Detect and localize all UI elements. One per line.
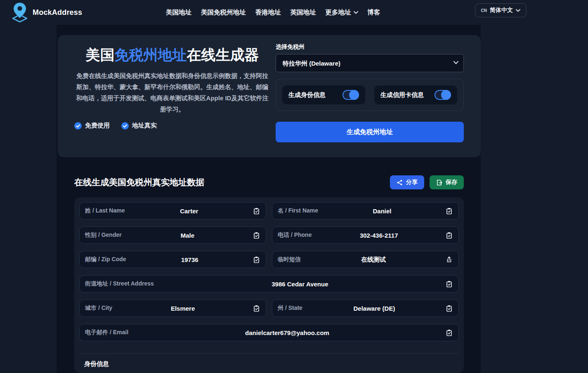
toggle-options: 生成身份信息 生成信用卡信息 <box>276 79 464 111</box>
toggle-identity-info: 生成身份信息 <box>282 85 365 104</box>
nav-link-uk-address[interactable]: 英国地址 <box>290 8 316 17</box>
copy-icon[interactable] <box>446 208 452 215</box>
field-value: 19736 <box>126 256 253 263</box>
field-label: 电话 / Phone <box>278 231 312 239</box>
chevron-down-icon <box>354 11 358 14</box>
page-title-highlight: 免税州地址 <box>115 47 187 63</box>
save-button[interactable]: 保存 <box>430 175 464 189</box>
field-label: 电子邮件 / Email <box>85 329 128 336</box>
nav-link-us-address[interactable]: 美国地址 <box>166 8 191 17</box>
field-card: 电话 / Phone 302-436-2117 <box>272 227 459 244</box>
language-code: CN <box>481 8 487 13</box>
results-panel: 姓 / Last Name Carter 名 / First Name Dani… <box>74 197 464 373</box>
check-circle-icon <box>74 122 82 130</box>
state-select-label: 选择免税州 <box>276 43 464 51</box>
feature-real-address: 地址真实 <box>121 122 157 130</box>
state-select[interactable]: 特拉华州 (Delaware) <box>276 54 464 72</box>
copy-icon[interactable] <box>253 208 260 215</box>
feature-free: 免费使用 <box>74 122 110 130</box>
field-value: 在线测试 <box>301 256 446 264</box>
identity-section-title: 身份信息 <box>79 360 459 368</box>
results-title: 在线生成美国免税州真实地址数据 <box>74 177 204 188</box>
chevron-down-icon <box>516 9 520 12</box>
field-card: 州 / State Delaware (DE) <box>272 300 459 317</box>
location-pin-icon <box>11 2 29 23</box>
field-value: Male <box>122 232 253 239</box>
generator-controls: 选择免税州 特拉华州 (Delaware) 生成身份信息 生成信用卡信息 <box>276 43 464 157</box>
brand[interactable]: MockAddress <box>11 0 82 25</box>
field-card: 姓 / Last Name Carter <box>79 202 266 220</box>
nav-links: 美国地址 美国免税州地址 香港地址 英国地址 更多地址 博客 <box>166 0 380 25</box>
field-card: 名 / First Name Daniel <box>272 202 459 220</box>
field-value: Delaware (DE) <box>302 305 446 312</box>
copy-icon[interactable] <box>446 256 452 263</box>
main-content: 美国免税州地址在线生成器 免费在线生成美国免税州真实地址数据和身份信息示例数据，… <box>57 25 481 373</box>
nav-link-us-taxfree-address[interactable]: 美国免税州地址 <box>201 8 246 17</box>
field-card: 街道地址 / Street Address 3986 Cedar Avenue <box>79 275 459 293</box>
language-label: 简体中文 <box>490 7 513 14</box>
field-value: 3986 Cedar Avenue <box>154 281 446 288</box>
field-label: 城市 / City <box>85 305 112 312</box>
field-card: 性别 / Gender Male <box>79 227 266 244</box>
field-label: 临时短信 <box>278 256 301 263</box>
field-label: 邮编 / Zip Code <box>85 256 126 263</box>
brand-name: MockAddress <box>33 8 82 17</box>
results-header: 在线生成美国免税州真实地址数据 分享 保存 <box>74 175 464 189</box>
nav-link-more-addresses[interactable]: 更多地址 <box>326 8 358 17</box>
share-nodes-icon <box>397 179 403 186</box>
navbar: MockAddress 美国地址 美国免税州地址 香港地址 英国地址 更多地址 … <box>0 0 588 25</box>
external-link-icon <box>446 256 452 263</box>
field-value: Daniel <box>318 208 446 215</box>
hero-description: 免费在线生成美国免税州真实地址数据和身份信息示例数据，支持阿拉斯加、特拉华、蒙大… <box>74 70 270 115</box>
copy-icon[interactable] <box>446 305 452 312</box>
copy-icon[interactable] <box>446 232 452 239</box>
fields-grid: 姓 / Last Name Carter 名 / First Name Dani… <box>79 202 459 341</box>
share-button[interactable]: 分享 <box>390 175 424 189</box>
generate-button[interactable]: 生成免税州地址 <box>276 122 464 142</box>
nav-link-hk-address[interactable]: 香港地址 <box>255 8 281 17</box>
hero-features: 免费使用 地址真实 <box>74 122 270 130</box>
field-value: Elsmere <box>112 305 253 312</box>
toggle-credit-card-info: 生成信用卡信息 <box>374 85 457 104</box>
field-value: danielcarter679@yahoo.com <box>128 329 446 336</box>
copy-icon[interactable] <box>446 281 452 288</box>
field-label: 名 / First Name <box>278 207 318 215</box>
language-selector[interactable]: CN 简体中文 <box>475 3 527 17</box>
copy-icon[interactable] <box>446 329 452 336</box>
hero-intro: 美国免税州地址在线生成器 免费在线生成美国免税州真实地址数据和身份信息示例数据，… <box>74 43 270 157</box>
copy-icon[interactable] <box>253 256 260 263</box>
file-export-icon <box>436 179 442 186</box>
identity-toggle-switch[interactable] <box>342 90 359 100</box>
field-label: 街道地址 / Street Address <box>85 280 154 288</box>
field-value: Carter <box>125 208 253 215</box>
field-card: 城市 / City Elsmere <box>79 300 266 317</box>
page-title: 美国免税州地址在线生成器 <box>84 45 261 65</box>
field-value: 302-436-2117 <box>312 232 446 239</box>
credit-card-toggle-switch[interactable] <box>435 90 451 100</box>
hero-card: 美国免税州地址在线生成器 免费在线生成美国免税州真实地址数据和身份信息示例数据，… <box>58 35 481 157</box>
section-divider <box>79 353 459 354</box>
copy-icon[interactable] <box>253 232 260 239</box>
field-card: 邮编 / Zip Code 19736 <box>79 251 266 268</box>
field-label: 州 / State <box>278 305 302 312</box>
field-card: 临时短信 在线测试 <box>272 251 459 268</box>
check-circle-icon <box>121 122 129 130</box>
field-label: 性别 / Gender <box>85 231 122 239</box>
nav-link-blog[interactable]: 博客 <box>368 8 380 17</box>
copy-icon[interactable] <box>253 305 260 312</box>
field-label: 姓 / Last Name <box>85 207 125 215</box>
field-card: 电子邮件 / Email danielcarter679@yahoo.com <box>79 324 459 341</box>
